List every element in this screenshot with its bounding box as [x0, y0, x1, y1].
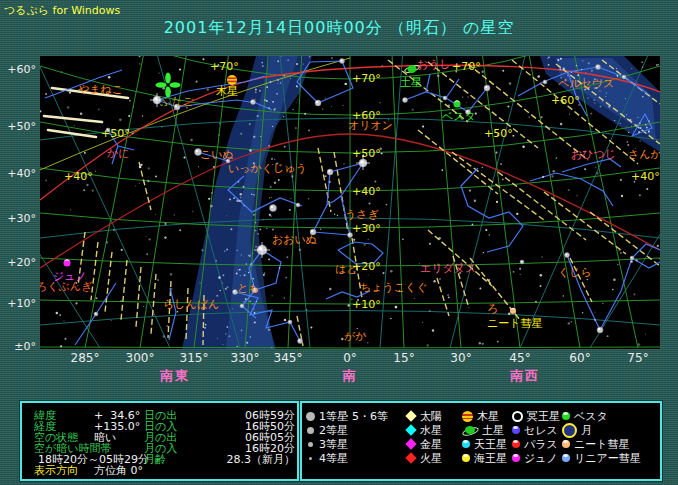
bright-star-glint: [316, 101, 318, 103]
field-star: [602, 101, 603, 102]
field-star: [256, 115, 258, 117]
field-star: [600, 106, 602, 108]
legend-label: パラス: [524, 437, 558, 452]
field-star: [363, 332, 365, 334]
constellation-line: [326, 291, 370, 299]
field-star: [375, 130, 376, 131]
meteor-trail: [544, 192, 626, 254]
field-star: [571, 72, 572, 73]
field-star: [597, 172, 599, 174]
field-star: [67, 106, 70, 109]
field-star: [225, 333, 226, 334]
bright-star: [327, 169, 333, 175]
field-star: [266, 100, 268, 102]
saturn-icon: [462, 425, 478, 435]
field-star: [639, 140, 641, 142]
field-star: [268, 329, 270, 331]
field-star: [645, 124, 647, 126]
field-star: [608, 106, 610, 108]
field-star: [422, 322, 423, 323]
field-star: [635, 148, 636, 149]
meteor-trail: [590, 212, 660, 266]
field-star: [563, 295, 564, 296]
field-star: [485, 229, 487, 231]
field-star: [483, 252, 484, 253]
field-star: [607, 335, 609, 337]
field-star: [353, 271, 356, 274]
field-star: [291, 175, 293, 177]
field-star: [331, 106, 332, 107]
legend-mag2: 2等星: [306, 423, 348, 437]
field-star: [120, 300, 122, 302]
field-star: [412, 109, 414, 111]
field-star: [626, 118, 627, 119]
legend-label: 月: [581, 423, 592, 438]
field-star: [569, 113, 570, 114]
field-star: [482, 167, 483, 168]
field-star: [584, 88, 586, 90]
field-star: [448, 105, 450, 107]
field-star: [250, 169, 251, 170]
field-star: [145, 236, 146, 237]
field-star: [456, 263, 458, 265]
legend-neat-comet: ニート彗星: [562, 437, 630, 451]
field-star: [287, 59, 289, 61]
field-star: [642, 96, 643, 97]
field-star: [240, 200, 242, 202]
field-star: [201, 249, 203, 251]
field-star: [367, 225, 369, 227]
field-star: [292, 109, 294, 111]
field-star: [381, 152, 383, 154]
field-star: [563, 68, 566, 71]
field-star: [211, 192, 212, 193]
field-star: [462, 96, 463, 97]
bright-star-glint: [631, 257, 632, 258]
field-star: [254, 312, 256, 314]
field-star: [56, 312, 58, 314]
field-star: [70, 119, 71, 120]
legend-label: 1等星: [319, 409, 348, 424]
field-star: [243, 205, 245, 207]
field-star: [280, 82, 281, 83]
legend-neptune: 海王星: [462, 451, 507, 465]
field-star: [259, 90, 261, 92]
field-star: [266, 228, 267, 229]
field-star: [474, 200, 476, 202]
field-star: [591, 70, 593, 72]
bright-star: [233, 290, 238, 295]
legend-label: 水星: [420, 423, 442, 438]
field-star: [274, 181, 277, 184]
constellation-line: [198, 152, 228, 161]
field-star: [482, 343, 484, 345]
field-star: [222, 282, 223, 283]
linear-comet-icon: [562, 454, 570, 462]
field-star: [264, 99, 266, 101]
field-star: [379, 148, 382, 151]
field-star: [552, 170, 555, 173]
mag56-star-icon: [346, 415, 348, 417]
field-star: [289, 209, 291, 211]
direction-label: 南: [343, 369, 358, 382]
legend-label: 海王星: [474, 451, 507, 466]
legend-panel: 1等星 2等星 3等星 4等星 5・6等 太陽 水星 金星 火星 木星 土星 天…: [300, 401, 662, 481]
meteor-trail-bright: [52, 88, 128, 98]
field-star: [296, 63, 298, 65]
field-star: [131, 132, 133, 134]
field-star: [256, 301, 257, 302]
field-star: [241, 330, 243, 332]
bright-star: [340, 59, 345, 64]
azimuth-axis-label: 0°: [343, 352, 357, 364]
field-star: [344, 83, 346, 85]
legend-label: 3等星: [319, 437, 348, 452]
field-star: [357, 299, 359, 301]
planet-marker-jupiter: [227, 75, 237, 85]
field-star: [208, 198, 210, 200]
field-star: [111, 320, 112, 321]
field-star: [481, 71, 484, 74]
field-star: [621, 195, 623, 197]
field-star: [113, 229, 115, 231]
field-star: [382, 272, 384, 274]
field-star: [468, 97, 469, 98]
star-chart[interactable]: やまねこふたごかにこいぬいっかくじゅうオリオンうさぎおおいぬろくぶんぎらしんばん…: [40, 56, 660, 349]
field-star: [285, 277, 287, 279]
